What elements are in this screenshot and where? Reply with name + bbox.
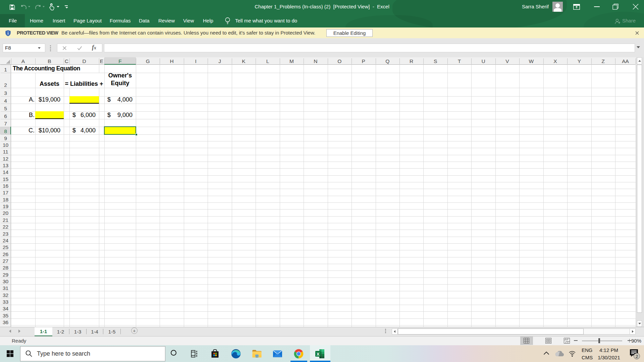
svg-text:X: X [317,352,320,357]
